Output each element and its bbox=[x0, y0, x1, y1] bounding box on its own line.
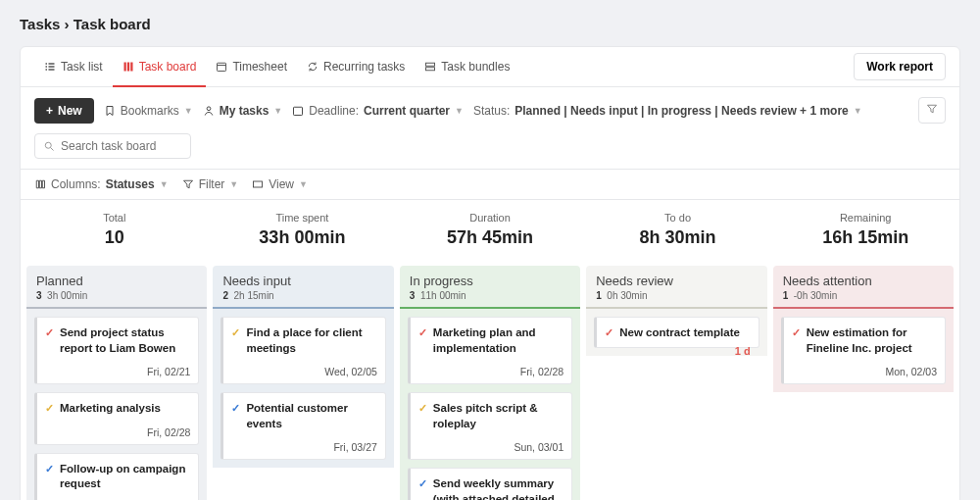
card-title: Potential customer events bbox=[246, 401, 376, 431]
task-card[interactable]: ✓Marketing analysisFri, 02/28 bbox=[34, 392, 199, 445]
summary-label: Remaining bbox=[771, 212, 959, 224]
status-filter[interactable]: Status: Planned | Needs input | In progr… bbox=[473, 104, 862, 118]
chevron-down-icon: ▼ bbox=[455, 106, 464, 116]
card-title: Find a place for client meetings bbox=[246, 325, 376, 356]
task-card[interactable]: ✓Marketing plan and implementationFri, 0… bbox=[408, 317, 572, 384]
calendar-icon bbox=[216, 61, 227, 73]
tab-task-list[interactable]: Task list bbox=[34, 48, 113, 85]
breadcrumb-parent[interactable]: Tasks bbox=[20, 16, 60, 32]
card-title-row: ✓Marketing analysis bbox=[45, 401, 190, 417]
summary-label: Duration bbox=[396, 212, 584, 224]
task-card[interactable]: ✓New estimation for Fineline Inc. projec… bbox=[781, 317, 946, 384]
task-card[interactable]: ✓New contract template1 d bbox=[594, 317, 759, 348]
task-card[interactable]: ✓Send weekly summary (with attached deta… bbox=[408, 468, 572, 500]
column-meta: 1 -0h 30min bbox=[783, 290, 944, 301]
columns-selector[interactable]: Columns: Statuses ▼ bbox=[34, 177, 169, 191]
column-title: In progress bbox=[410, 274, 570, 288]
column-meta: 3 11h 00min bbox=[410, 290, 570, 301]
search-input[interactable] bbox=[61, 139, 182, 153]
priority-check-icon: ✓ bbox=[418, 325, 427, 340]
bookmarks-menu[interactable]: Bookmarks ▼ bbox=[104, 104, 193, 118]
svg-rect-0 bbox=[218, 63, 226, 71]
view-label: View bbox=[269, 177, 294, 191]
summary-label: Total bbox=[21, 212, 209, 224]
summary-bar: Total10Time spent33h 00minDuration57h 45… bbox=[21, 200, 959, 266]
bundle-icon bbox=[424, 61, 436, 73]
board: Planned3 3h 00min✓Send project status re… bbox=[21, 266, 959, 500]
work-report-button[interactable]: Work report bbox=[854, 53, 946, 80]
card-title: New contract template bbox=[619, 325, 740, 341]
task-card[interactable]: ✓Sales pitch script & roleplaySun, 03/01 bbox=[408, 392, 572, 460]
calendar-icon bbox=[292, 105, 304, 117]
priority-check-icon: ✓ bbox=[231, 325, 240, 340]
tabs-bar: Task list Task board Timesheet Recurring… bbox=[21, 47, 959, 87]
advanced-filter-button[interactable] bbox=[918, 97, 946, 124]
tab-timesheet[interactable]: Timesheet bbox=[206, 48, 297, 85]
tab-recurring[interactable]: Recurring tasks bbox=[297, 48, 415, 85]
column-header: Planned3 3h 00min bbox=[26, 266, 207, 309]
column-header: Needs input2 2h 15min bbox=[213, 266, 393, 309]
task-card[interactable]: ✓Follow-up on campaign requestFri, 02/28 bbox=[34, 453, 199, 500]
bookmarks-label: Bookmarks bbox=[121, 104, 179, 118]
search-box[interactable] bbox=[34, 133, 191, 159]
priority-check-icon: ✓ bbox=[45, 401, 54, 416]
toolbar-primary: + New Bookmarks ▼ My tasks ▼ Deadline: C… bbox=[21, 87, 959, 170]
tab-task-board[interactable]: Task board bbox=[113, 48, 207, 87]
svg-point-3 bbox=[207, 106, 211, 110]
summary-label: Time spent bbox=[209, 212, 397, 224]
column-header: In progress3 11h 00min bbox=[400, 266, 580, 309]
plus-icon: + bbox=[46, 104, 53, 118]
priority-check-icon: ✓ bbox=[418, 476, 427, 491]
task-card[interactable]: ✓Send project status report to Liam Bowe… bbox=[34, 317, 199, 384]
filter-menu[interactable]: Filter ▼ bbox=[182, 177, 239, 191]
funnel-icon bbox=[926, 103, 938, 115]
due-badge: 1 d bbox=[735, 345, 751, 357]
card-title-row: ✓New estimation for Fineline Inc. projec… bbox=[792, 325, 937, 356]
bookmark-icon bbox=[104, 105, 116, 117]
columns-icon bbox=[34, 178, 46, 190]
tab-bundles[interactable]: Task bundles bbox=[415, 48, 519, 85]
card-date: Fri, 02/21 bbox=[45, 366, 190, 377]
summary-value: 16h 15min bbox=[771, 227, 959, 248]
column-meta: 3 3h 00min bbox=[36, 290, 197, 301]
view-menu[interactable]: View ▼ bbox=[252, 177, 308, 191]
card-title-row: ✓Find a place for client meetings bbox=[231, 325, 376, 356]
svg-rect-6 bbox=[254, 181, 263, 187]
view-icon bbox=[252, 178, 264, 190]
card-title-row: ✓Send project status report to Liam Bowe… bbox=[45, 325, 190, 356]
main-panel: Task list Task board Timesheet Recurring… bbox=[20, 46, 960, 500]
chevron-down-icon: ▼ bbox=[854, 106, 862, 116]
task-card[interactable]: ✓Potential customer eventsFri, 03/27 bbox=[220, 392, 385, 460]
task-card[interactable]: ✓Find a place for client meetingsWed, 02… bbox=[220, 317, 385, 384]
mytasks-label: My tasks bbox=[220, 104, 270, 118]
summary-value: 57h 45min bbox=[396, 227, 584, 248]
chevron-down-icon: ▼ bbox=[184, 106, 193, 116]
card-title: Marketing analysis bbox=[60, 401, 161, 417]
card-date: Fri, 03/27 bbox=[231, 441, 376, 453]
column-in-progress: In progress3 11h 00min✓Marketing plan an… bbox=[400, 266, 580, 500]
column-planned: Planned3 3h 00min✓Send project status re… bbox=[26, 266, 207, 500]
card-title-row: ✓Sales pitch script & roleplay bbox=[418, 401, 564, 431]
my-tasks-filter[interactable]: My tasks ▼ bbox=[203, 104, 283, 118]
summary-value: 8h 30min bbox=[584, 227, 772, 248]
new-button[interactable]: + New bbox=[34, 98, 94, 124]
card-title-row: ✓Potential customer events bbox=[231, 401, 376, 431]
toolbar-secondary: Columns: Statuses ▼ Filter ▼ View ▼ bbox=[21, 170, 959, 200]
refresh-icon bbox=[307, 61, 318, 73]
deadline-filter[interactable]: Deadline: Current quarter ▼ bbox=[292, 104, 464, 118]
column-needs-review: Needs review1 0h 30min✓New contract temp… bbox=[586, 266, 766, 356]
svg-point-5 bbox=[45, 142, 51, 148]
column-meta: 1 0h 30min bbox=[596, 290, 757, 301]
card-date: Fri, 02/28 bbox=[45, 426, 190, 438]
list-icon bbox=[44, 61, 56, 73]
breadcrumb-current: Task board bbox=[74, 16, 151, 32]
columns-value: Statuses bbox=[106, 177, 155, 191]
summary-label: To do bbox=[584, 212, 772, 224]
tab-label: Recurring tasks bbox=[323, 60, 405, 74]
tab-label: Task list bbox=[61, 60, 103, 74]
columns-icon bbox=[122, 61, 134, 73]
card-title-row: ✓New contract template bbox=[605, 325, 750, 341]
card-title: Sales pitch script & roleplay bbox=[433, 401, 564, 431]
card-date: Wed, 02/05 bbox=[231, 366, 376, 377]
column-title: Needs review bbox=[596, 274, 757, 288]
